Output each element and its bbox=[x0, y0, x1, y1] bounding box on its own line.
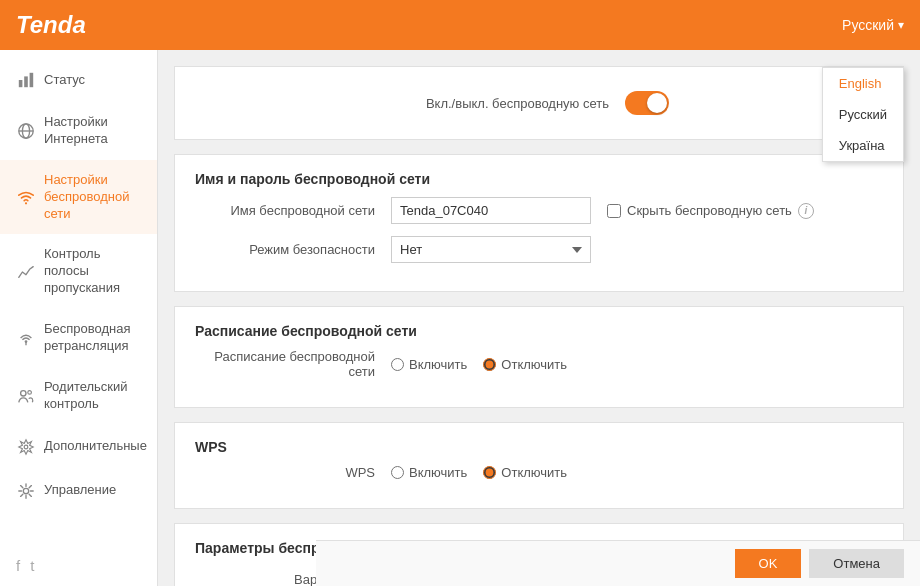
sidebar-item-internet[interactable]: Настройки Интернета bbox=[0, 102, 157, 160]
sidebar-item-parental[interactable]: Родительский контроль bbox=[0, 367, 157, 425]
security-row: Режим безопасности Нет WPA/WPA2 Personal… bbox=[195, 236, 883, 263]
svg-point-11 bbox=[24, 445, 28, 449]
twitter-icon[interactable]: t bbox=[30, 557, 34, 574]
svg-rect-1 bbox=[24, 76, 28, 87]
wifi-name-label: Имя беспроводной сети bbox=[195, 203, 375, 218]
main-content: Вкл./выкл. беспроводную сеть Имя и парол… bbox=[158, 50, 920, 586]
svg-point-12 bbox=[23, 488, 28, 493]
security-select[interactable]: Нет WPA/WPA2 Personal WEP bbox=[391, 236, 591, 263]
hide-wifi-row: Скрыть беспроводную сеть i bbox=[607, 203, 814, 219]
wps-row: WPS Включить Отключить bbox=[195, 465, 883, 480]
wps-enable-radio[interactable] bbox=[391, 466, 404, 479]
wifi-name-input[interactable] bbox=[391, 197, 591, 224]
sidebar: Статус Настройки Интернета Настройки бес… bbox=[0, 50, 158, 586]
svg-rect-0 bbox=[19, 80, 23, 87]
sidebar-label-advanced: Дополнительные bbox=[44, 438, 147, 455]
language-dropdown: English Русский Україна bbox=[822, 67, 904, 162]
schedule-enable-radio[interactable] bbox=[391, 358, 404, 371]
schedule-disable-label: Отключить bbox=[501, 357, 567, 372]
toggle-row: Вкл./выкл. беспроводную сеть bbox=[195, 83, 883, 123]
repeater-icon bbox=[16, 328, 36, 348]
wps-disable-radio[interactable] bbox=[483, 466, 496, 479]
sidebar-item-repeater[interactable]: Беспроводная ретрансляция bbox=[0, 309, 157, 367]
sidebar-label-management: Управление bbox=[44, 482, 116, 499]
sidebar-item-status[interactable]: Статус bbox=[0, 58, 157, 102]
advanced-icon bbox=[16, 437, 36, 457]
wps-radio-group: Включить Отключить bbox=[391, 465, 567, 480]
sidebar-label-repeater: Беспроводная ретрансляция bbox=[44, 321, 141, 355]
layout: Статус Настройки Интернета Настройки бес… bbox=[0, 50, 920, 586]
management-icon bbox=[16, 481, 36, 501]
schedule-card: Расписание беспроводной сети Расписание … bbox=[174, 306, 904, 408]
cancel-button[interactable]: Отмена bbox=[809, 549, 904, 578]
main-scroll: Вкл./выкл. беспроводную сеть Имя и парол… bbox=[174, 66, 904, 586]
bandwidth-icon bbox=[16, 262, 36, 282]
sidebar-label-internet: Настройки Интернета bbox=[44, 114, 141, 148]
schedule-label: Расписание беспроводной сети bbox=[195, 349, 375, 379]
wifi-name-section-title: Имя и пароль беспроводной сети bbox=[195, 171, 883, 193]
language-button[interactable]: Русский bbox=[842, 17, 904, 33]
ok-button[interactable]: OK bbox=[735, 549, 802, 578]
schedule-title: Расписание беспроводной сети bbox=[195, 323, 883, 345]
facebook-icon[interactable]: f bbox=[16, 557, 20, 574]
schedule-radio-group: Включить Отключить bbox=[391, 357, 567, 372]
sidebar-label-status: Статус bbox=[44, 72, 85, 89]
sidebar-item-management[interactable]: Управление bbox=[0, 469, 157, 513]
security-label: Режим безопасности bbox=[195, 242, 375, 257]
toggle-label: Вкл./выкл. беспроводную сеть bbox=[409, 96, 609, 111]
wps-enable-label: Включить bbox=[409, 465, 467, 480]
wps-label: WPS bbox=[195, 465, 375, 480]
sidebar-label-parental: Родительский контроль bbox=[44, 379, 141, 413]
internet-icon bbox=[16, 121, 36, 141]
schedule-disable-option[interactable]: Отключить bbox=[483, 357, 567, 372]
schedule-row: Расписание беспроводной сети Включить От… bbox=[195, 349, 883, 379]
schedule-enable-label: Включить bbox=[409, 357, 467, 372]
wifi-name-card: Имя и пароль беспроводной сети Имя беспр… bbox=[174, 154, 904, 292]
wps-card: WPS WPS Включить Отключить bbox=[174, 422, 904, 509]
sidebar-footer: f t bbox=[0, 545, 157, 586]
svg-point-9 bbox=[21, 390, 26, 395]
schedule-disable-radio[interactable] bbox=[483, 358, 496, 371]
bottom-bar: OK Отмена bbox=[316, 540, 920, 586]
sidebar-label-wifi: Настройки беспроводной сети bbox=[44, 172, 141, 223]
toggle-card: Вкл./выкл. беспроводную сеть bbox=[174, 66, 904, 140]
logo: Tenda bbox=[16, 11, 86, 39]
sidebar-label-bandwidth: Контроль полосы пропускания bbox=[44, 246, 141, 297]
wps-disable-label: Отключить bbox=[501, 465, 567, 480]
hide-wifi-checkbox[interactable] bbox=[607, 204, 621, 218]
schedule-enable-option[interactable]: Включить bbox=[391, 357, 467, 372]
hide-wifi-info-icon[interactable]: i bbox=[798, 203, 814, 219]
sidebar-item-wifi[interactable]: Настройки беспроводной сети bbox=[0, 160, 157, 235]
status-icon bbox=[16, 70, 36, 90]
svg-point-6 bbox=[25, 202, 27, 204]
wifi-toggle[interactable] bbox=[625, 91, 669, 115]
sidebar-item-advanced[interactable]: Дополнительные bbox=[0, 425, 157, 469]
svg-point-10 bbox=[28, 390, 32, 394]
lang-option-russian[interactable]: Русский bbox=[823, 99, 903, 130]
lang-option-english[interactable]: English bbox=[823, 68, 903, 99]
lang-option-ukraine[interactable]: Україна bbox=[823, 130, 903, 161]
hide-wifi-label: Скрыть беспроводную сеть bbox=[627, 203, 792, 218]
wps-disable-option[interactable]: Отключить bbox=[483, 465, 567, 480]
svg-rect-2 bbox=[30, 73, 34, 87]
parental-icon bbox=[16, 386, 36, 406]
wps-title: WPS bbox=[195, 439, 883, 461]
header: Tenda Русский English Русский Україна bbox=[0, 0, 920, 50]
wifi-name-row: Имя беспроводной сети Скрыть беспроводну… bbox=[195, 197, 883, 224]
sidebar-item-bandwidth[interactable]: Контроль полосы пропускания bbox=[0, 234, 157, 309]
wifi-icon bbox=[16, 187, 36, 207]
sidebar-menu: Статус Настройки Интернета Настройки бес… bbox=[0, 50, 157, 513]
wps-enable-option[interactable]: Включить bbox=[391, 465, 467, 480]
svg-point-8 bbox=[25, 340, 28, 343]
